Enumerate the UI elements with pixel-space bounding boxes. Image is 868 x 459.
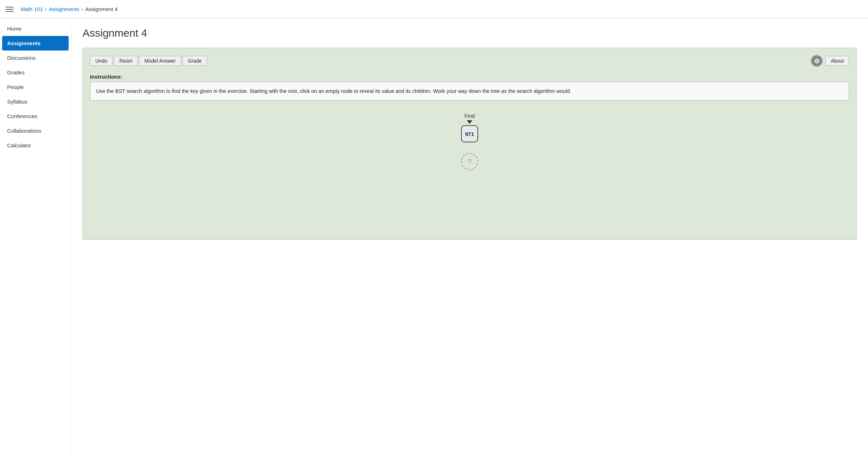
breadcrumb-section[interactable]: Assignments <box>49 6 79 12</box>
page-title: Assignment 4 <box>83 27 857 39</box>
sidebar-item-grades[interactable]: Grades <box>0 65 71 80</box>
sidebar-item-collaborations[interactable]: Collaborations <box>0 123 71 138</box>
toolbar-right: About <box>811 55 849 67</box>
bst-empty-node[interactable]: ? <box>461 153 478 170</box>
reset-button[interactable]: Reset <box>114 56 138 66</box>
toolbar: Undo Reset Model Answer Grade About <box>90 55 849 67</box>
main-layout: Home Assignments Discussions Grades Peop… <box>0 19 868 459</box>
main-content: Assignment 4 Undo Reset Model Answer Gra… <box>71 19 868 459</box>
sidebar-item-syllabus[interactable]: Syllabus <box>0 94 71 109</box>
sidebar: Home Assignments Discussions Grades Peop… <box>0 19 71 459</box>
breadcrumb-sep-1: › <box>45 6 47 12</box>
sidebar-item-conferences[interactable]: Conferences <box>0 109 71 123</box>
gear-icon <box>814 58 820 64</box>
breadcrumb-sep-2: › <box>81 6 83 12</box>
bst-area: Find 971 ? <box>90 109 849 170</box>
breadcrumb-course[interactable]: Math 101 <box>21 6 43 12</box>
breadcrumb: Math 101 › Assignments › Assignment 4 <box>21 6 118 12</box>
about-button[interactable]: About <box>825 56 849 66</box>
sidebar-item-calculator[interactable]: Calculator <box>0 138 71 153</box>
sidebar-item-discussions[interactable]: Discussions <box>0 51 71 65</box>
grade-button[interactable]: Grade <box>182 56 207 66</box>
bst-arrow-down <box>467 120 472 124</box>
menu-button[interactable] <box>6 7 14 12</box>
instructions-box: Use the BST search algorithm to find the… <box>90 82 849 101</box>
settings-icon-button[interactable] <box>811 55 822 67</box>
sidebar-item-people[interactable]: People <box>0 80 71 94</box>
find-label: Find <box>464 113 475 119</box>
bst-root-node[interactable]: 971 <box>461 125 478 142</box>
instructions-label: Instructions: <box>90 74 849 80</box>
toolbar-left: Undo Reset Model Answer Grade <box>90 56 207 66</box>
top-nav: Math 101 › Assignments › Assignment 4 <box>0 0 868 19</box>
model-answer-button[interactable]: Model Answer <box>139 56 181 66</box>
sidebar-item-assignments[interactable]: Assignments <box>2 36 69 51</box>
undo-button[interactable]: Undo <box>90 56 112 66</box>
assignment-frame: Undo Reset Model Answer Grade About Inst… <box>83 48 857 240</box>
sidebar-item-home[interactable]: Home <box>0 21 71 36</box>
breadcrumb-current: Assignment 4 <box>85 6 118 12</box>
